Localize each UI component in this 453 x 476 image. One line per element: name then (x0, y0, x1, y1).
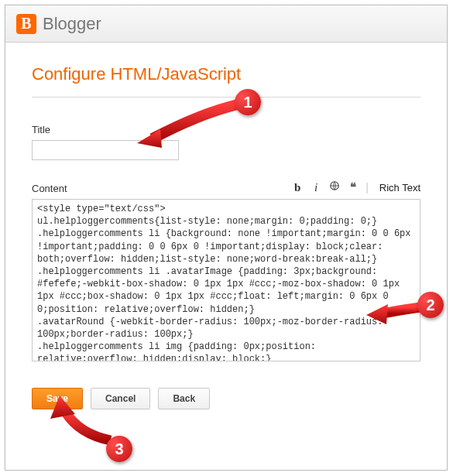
editor-toolbar: b i ❝ | Rich Text (291, 180, 420, 194)
back-button[interactable]: Back (158, 388, 210, 409)
richtext-toggle[interactable]: Rich Text (379, 182, 420, 193)
quote-button[interactable]: ❝ (347, 180, 359, 194)
title-input[interactable] (32, 140, 179, 160)
button-row: Save Cancel Back (32, 388, 420, 409)
blogger-logo-icon: B (16, 14, 36, 34)
cancel-button[interactable]: Cancel (91, 388, 150, 409)
annotation-badge-1: 1 (235, 89, 261, 115)
link-button[interactable] (328, 180, 341, 194)
annotation-badge-3: 3 (106, 436, 132, 462)
italic-button[interactable]: i (310, 181, 322, 194)
title-label: Title (32, 124, 420, 135)
divider (32, 97, 420, 98)
page-body: Configure HTML/JavaScript Title Content … (5, 43, 447, 409)
page-title: Configure HTML/JavaScript (32, 64, 420, 84)
app-frame: B Blogger Configure HTML/JavaScript Titl… (5, 5, 448, 471)
annotation-badge-2: 2 (417, 292, 444, 318)
brand-name: Blogger (43, 14, 101, 34)
content-label: Content (32, 183, 67, 194)
link-icon (329, 180, 340, 191)
content-textarea[interactable] (32, 199, 420, 361)
app-header: B Blogger (5, 5, 447, 43)
bold-button[interactable]: b (291, 181, 304, 194)
save-button[interactable]: Save (32, 388, 83, 409)
